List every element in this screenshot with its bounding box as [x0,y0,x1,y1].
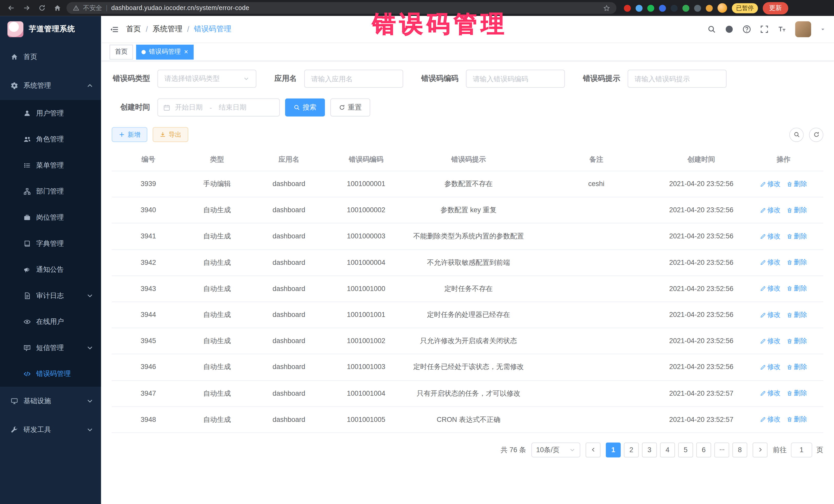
edit-link[interactable]: 修改 [760,336,781,345]
sidebar-item-dev-tools[interactable]: 研发工具 [0,415,101,444]
app-name-input[interactable] [304,70,403,88]
browser-back-icon[interactable] [7,4,15,12]
toggle-search-button[interactable] [789,127,804,141]
sidebar-item-notice[interactable]: 通知公告 [0,256,101,283]
extension-icon[interactable] [671,5,678,12]
delete-link[interactable]: 删除 [787,284,807,293]
sidebar-item-home[interactable]: 首页 [0,43,101,71]
fullscreen-icon[interactable] [760,25,769,34]
goto-page-input[interactable] [791,442,812,457]
more-pages-button[interactable] [715,442,729,457]
delete-link[interactable]: 删除 [787,232,807,241]
user-icon [23,109,31,117]
tab-error-code[interactable]: 错误码管理× [136,44,194,59]
page-button-6[interactable]: 6 [696,442,711,457]
sidebar-item-user[interactable]: 用户管理 [0,100,101,126]
delete-label: 删除 [794,232,807,241]
bookmark-star-icon[interactable] [603,5,610,12]
sidebar-toggle-icon[interactable] [110,25,118,34]
page-button-5[interactable]: 5 [678,442,693,457]
extension-icon[interactable] [647,5,654,12]
error-code-input[interactable] [466,70,565,88]
sidebar-item-dict[interactable]: 字典管理 [0,230,101,256]
prev-page-button[interactable] [586,442,600,457]
edit-link[interactable]: 修改 [760,310,781,319]
delete-link[interactable]: 删除 [787,336,807,345]
cell-code: 1001001002 [329,328,403,354]
gear-icon [10,82,18,89]
sidebar-item-sms[interactable]: 短信管理 [0,335,101,361]
github-icon[interactable] [725,25,733,34]
edit-link[interactable]: 修改 [760,363,781,372]
font-size-icon[interactable] [777,25,786,34]
breadcrumb-item[interactable]: 系统管理 [153,24,182,34]
page-button-2[interactable]: 2 [624,442,639,457]
header-search-icon[interactable] [707,25,716,34]
tab-label: 首页 [115,47,128,56]
delete-link[interactable]: 删除 [787,415,807,424]
edit-link[interactable]: 修改 [760,232,781,241]
sidebar-item-post[interactable]: 岗位管理 [0,204,101,231]
edit-link[interactable]: 修改 [760,206,781,215]
extension-icon[interactable] [682,5,689,12]
extension-icon[interactable] [624,5,631,12]
cell-code: 1001000004 [329,250,403,275]
search-button[interactable]: 搜索 [285,98,325,116]
delete-link[interactable]: 删除 [787,206,807,215]
sidebar-item-label: 通知公告 [36,265,64,274]
sidebar-item-audit-log[interactable]: 审计日志 [0,283,101,309]
user-avatar[interactable] [795,21,811,37]
page-button-1[interactable]: 1 [606,442,621,457]
extension-icon[interactable] [694,5,701,12]
edit-link[interactable]: 修改 [760,180,781,189]
delete-link[interactable]: 删除 [787,310,807,319]
page-size-select[interactable]: 10条/页 [531,442,580,457]
page-button-3[interactable]: 3 [642,442,657,457]
browser-reload-icon[interactable] [38,4,46,12]
sidebar-item-dept[interactable]: 部门管理 [0,178,101,204]
breadcrumb-item[interactable]: 首页 [126,24,141,34]
delete-link[interactable]: 删除 [787,180,807,189]
cell-actions: 修改删除 [744,276,824,301]
tab-home[interactable]: 首页 [110,44,133,59]
page-button-4[interactable]: 4 [660,442,675,457]
sidebar-item-menu[interactable]: 菜单管理 [0,152,101,178]
help-icon[interactable] [742,25,751,34]
chevron-right-icon [757,447,763,453]
add-button[interactable]: 新增 [112,127,147,142]
address-bar[interactable]: 不安全 | dashboard.yudao.iocoder.cn/system/… [66,2,616,14]
next-page-button[interactable] [753,442,768,457]
extension-icon[interactable] [636,5,642,12]
browser-forward-icon[interactable] [23,4,30,12]
delete-link[interactable]: 删除 [787,363,807,372]
trash-icon [787,338,792,344]
edit-link[interactable]: 修改 [760,415,781,424]
error-type-select[interactable]: 请选择错误码类型 [158,70,257,88]
cell-type: 自动生成 [185,354,249,380]
extension-icon[interactable] [659,5,666,12]
edit-link[interactable]: 修改 [760,389,781,398]
edit-link[interactable]: 修改 [760,258,781,267]
sidebar-item-infra[interactable]: 基础设施 [0,387,101,415]
cell-app: dashboard [249,197,329,223]
sidebar-item-online-user[interactable]: 在线用户 [0,308,101,335]
page-button-8[interactable]: 8 [732,442,747,457]
close-icon[interactable]: × [184,48,188,56]
date-range-picker[interactable]: 开始日期 - 结束日期 [158,98,280,116]
export-button[interactable]: 导出 [153,127,188,142]
reset-button[interactable]: 重置 [330,98,370,116]
edit-link[interactable]: 修改 [760,284,781,293]
trash-icon [787,260,792,266]
sidebar-item-system[interactable]: 系统管理 [0,71,101,100]
extension-icon[interactable] [706,5,712,12]
browser-profile-avatar[interactable] [718,3,727,13]
avatar-caret-icon[interactable] [820,27,826,32]
browser-home-icon[interactable] [53,4,61,12]
delete-link[interactable]: 删除 [787,258,807,267]
sidebar-item-error-code[interactable]: 错误码管理 [0,360,101,387]
browser-update-button[interactable]: 更新 [763,2,788,14]
delete-link[interactable]: 删除 [787,389,807,398]
sidebar-item-role[interactable]: 角色管理 [0,126,101,152]
error-hint-input[interactable] [628,70,727,88]
refresh-table-button[interactable] [809,127,824,141]
